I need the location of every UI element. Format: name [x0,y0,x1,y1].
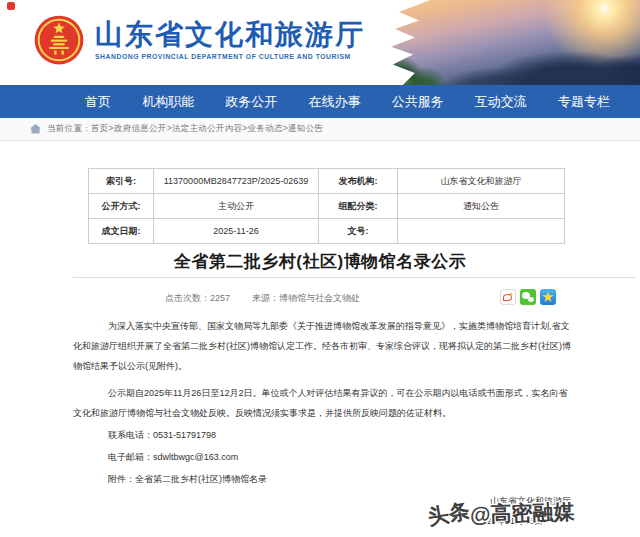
nav-item-public-services[interactable]: 公共服务 [392,93,444,111]
document-info-table: 索引号: 11370000MB2847723P/2025-02639 发布机构:… [88,168,565,244]
site-title: 山东省文化和旅游厅 [95,20,365,50]
source: 来源：博物馆与社会文物处 [252,292,360,305]
breadcrumb-label: 当前位置： [47,123,91,135]
written-date-value: 2025-11-26 [154,219,319,244]
breadcrumb: 当前位置： 首页>政府信息公开>法定主动公开内容>业务动态>通知公告 [0,118,640,141]
home-icon [30,124,41,134]
doc-number-label: 文号: [319,219,398,244]
nav-item-gov-disclosure[interactable]: 政务公开 [225,93,277,111]
click-count: 点击次数：2257 [165,292,230,305]
nav-item-special-topics[interactable]: 专题专栏 [558,93,610,111]
header-banner-photo [385,0,640,85]
wechat-share-icon[interactable] [520,289,536,305]
disclosure-method-label: 公开方式: [89,194,154,219]
watermark: 头条@高密融媒 [428,497,575,530]
share-buttons [500,289,556,305]
watermark-handle: @高密融媒 [470,499,575,526]
site-header: 山东省文化和旅游厅 SHANDONG PROVINCIAL DEPARTMENT… [0,0,640,85]
qzone-share-icon[interactable] [540,289,556,305]
page-title: 全省第二批乡村(社区)博物馆名录公示 [0,250,640,273]
article-meta: 点击次数：2257 来源：博物馆与社会文物处 [0,289,640,306]
source-value: 博物馆与社会文物处 [279,293,360,303]
index-number-label: 索引号: [89,169,154,194]
qzone-star-glyph [542,291,554,303]
issuing-agency-label: 发布机构: [319,169,398,194]
table-row: 成文日期: 2025-11-26 文号: [89,219,565,244]
nav-item-online-services[interactable]: 在线办事 [308,93,360,111]
index-number-value: 11370000MB2847723P/2025-02639 [154,169,319,194]
click-count-value: 2257 [210,293,230,303]
breadcrumb-path[interactable]: 首页>政府信息公开>法定主动公开内容>业务动态>通知公告 [91,123,323,135]
banner-trees [385,51,487,85]
page: 山东省文化和旅游厅 SHANDONG PROVINCIAL DEPARTMENT… [0,0,640,537]
site-title-en: SHANDONG PROVINCIAL DEPARTMENT OF CULTUR… [95,53,365,60]
title-divider [73,277,636,278]
attachment-line[interactable]: 附件：全省第二批乡村(社区)博物馆名录 [73,469,573,489]
disclosure-method-value: 主动公开 [154,194,319,219]
paragraph: 公示期自2025年11月26日至12月2日。单位或个人对评估结果有异议的，可在公… [73,383,573,423]
source-label: 来源： [252,293,279,303]
watermark-brand: 头条 [426,496,472,531]
category-value: 通知公告 [398,194,565,219]
table-row: 公开方式: 主动公开 组配分类: 通知公告 [89,194,565,219]
doc-number-value [398,219,565,244]
contact-email: 电子邮箱：sdwltbwgc@163.com [73,447,573,467]
nav-item-home[interactable]: 首页 [85,93,111,111]
wechat-bubble-small-glyph [528,297,534,302]
site-title-block: 山东省文化和旅游厅 SHANDONG PROVINCIAL DEPARTMENT… [95,20,365,60]
category-label: 组配分类: [319,194,398,219]
nav-item-interaction[interactable]: 互动交流 [475,93,527,111]
site-logo[interactable]: 山东省文化和旅游厅 SHANDONG PROVINCIAL DEPARTMENT… [33,14,365,66]
national-emblem-icon [33,14,85,66]
main-nav: 首页 机构职能 政务公开 在线办事 公共服务 互动交流 专题专栏 [0,85,640,118]
paragraph: 为深入落实中央宣传部、国家文物局等九部委《关于推进博物馆改革发展的指导意见》，实… [73,316,573,376]
weibo-share-icon[interactable] [500,289,516,305]
written-date-label: 成文日期: [89,219,154,244]
issuing-agency-value: 山东省文化和旅游厅 [398,169,565,194]
contact-phone: 联系电话：0531-51791798 [73,425,573,445]
table-row: 索引号: 11370000MB2847723P/2025-02639 发布机构:… [89,169,565,194]
weibo-pupil-glyph [509,293,512,296]
corner-red-mark [7,2,15,10]
click-count-label: 点击次数： [165,293,210,303]
article-body: 为深入落实中央宣传部、国家文物局等九部委《关于推进博物馆改革发展的指导意见》，实… [73,316,573,531]
nav-item-functions[interactable]: 机构职能 [142,93,194,111]
